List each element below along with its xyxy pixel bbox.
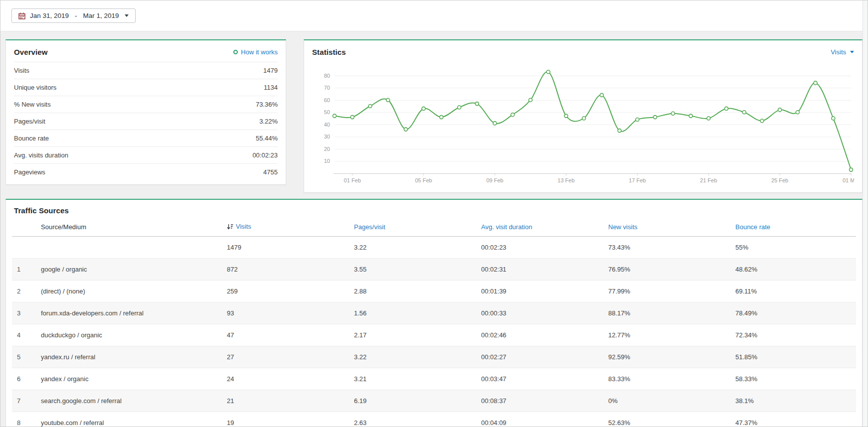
row-rank-cell: 8	[12, 412, 41, 427]
statistics-header: Statistics Visits	[304, 40, 862, 62]
svg-text:60: 60	[324, 97, 330, 103]
value-cell: 2.63	[354, 412, 481, 427]
metric-label: Bounce rate	[14, 135, 49, 142]
totals-value-cell: 1479	[227, 236, 354, 258]
scrollbar-track[interactable]	[863, 0, 868, 427]
overview-title: Overview	[14, 48, 48, 56]
totals-source-cell	[41, 236, 227, 258]
source-medium-cell: yandex / organic	[41, 368, 227, 390]
date-range-picker[interactable]: Jan 31, 2019 - Mar 1, 2019	[11, 8, 136, 23]
chart-metric-label: Visits	[831, 48, 846, 56]
table-row: 7search.google.com / referral216.1900:08…	[12, 390, 856, 412]
rank-column-header	[12, 218, 41, 236]
table-header-row: Source/MediumVisitsPages/visitAvg. visit…	[12, 218, 856, 236]
value-cell: 58.33%	[735, 368, 856, 390]
metric-label: Pageviews	[14, 168, 45, 176]
value-cell: 47.37%	[735, 412, 856, 427]
column-header-visits[interactable]: Visits	[227, 218, 354, 236]
table-row: 8youtube.com / referral192.6300:04:0952.…	[12, 412, 856, 427]
value-cell: 38.1%	[735, 390, 856, 412]
svg-text:10: 10	[324, 158, 330, 164]
overview-metric-row: Pageviews4755	[14, 163, 278, 180]
value-cell: 83.33%	[608, 368, 735, 390]
value-cell: 51.85%	[735, 346, 856, 368]
statistics-title: Statistics	[312, 48, 346, 56]
statistics-panel: Statistics Visits 102030405060708001 Feb…	[304, 39, 863, 193]
column-header-label: New visits	[608, 223, 638, 231]
column-header-bounce-rate[interactable]: Bounce rate	[735, 218, 856, 236]
value-cell: 1.56	[354, 302, 481, 324]
svg-text:21 Feb: 21 Feb	[700, 177, 717, 183]
value-cell: 77.99%	[608, 280, 735, 302]
overview-metric-row: Avg. visits duration00:02:23	[14, 146, 278, 163]
metric-value: 73.36%	[256, 101, 278, 108]
svg-text:09 Feb: 09 Feb	[486, 177, 503, 183]
value-cell: 0%	[608, 390, 735, 412]
value-cell: 3.55	[354, 258, 481, 280]
info-circle-icon	[233, 50, 238, 54]
caret-down-icon	[850, 51, 854, 53]
row-rank-cell: 6	[12, 368, 41, 390]
sort-descending-icon	[227, 224, 233, 230]
metric-label: % New visits	[14, 101, 51, 108]
column-header-label: Source/Medium	[41, 223, 86, 231]
value-cell: 76.95%	[608, 258, 735, 280]
totals-value-cell: 55%	[735, 236, 856, 258]
source-medium-cell: google / organic	[41, 258, 227, 280]
column-header-label: Pages/visit	[354, 223, 385, 231]
metric-value: 4755	[263, 168, 278, 176]
metric-value: 00:02:23	[252, 151, 278, 159]
how-it-works-label: How it works	[241, 48, 278, 56]
overview-metric-row: Bounce rate55.44%	[14, 130, 278, 146]
totals-value-cell: 3.22	[354, 236, 481, 258]
value-cell: 93	[227, 302, 354, 324]
how-it-works-link[interactable]: How it works	[233, 48, 278, 56]
row-rank-cell: 4	[12, 324, 41, 346]
column-header-source-medium: Source/Medium	[41, 218, 227, 236]
column-header-label: Bounce rate	[735, 223, 770, 231]
value-cell: 24	[227, 368, 354, 390]
svg-text:70: 70	[324, 85, 330, 91]
traffic-sources-title: Traffic Sources	[14, 206, 69, 215]
value-cell: 00:02:27	[481, 346, 608, 368]
source-medium-cell: duckduckgo / organic	[41, 324, 227, 346]
value-cell: 72.34%	[735, 324, 856, 346]
svg-text:50: 50	[324, 109, 330, 115]
row-rank-cell: 2	[12, 280, 41, 302]
value-cell: 00:08:37	[481, 390, 608, 412]
traffic-sources-table: Source/MediumVisitsPages/visitAvg. visit…	[12, 218, 856, 427]
value-cell: 69.11%	[735, 280, 856, 302]
column-header-new-visits[interactable]: New visits	[608, 218, 735, 236]
value-cell: 00:02:31	[481, 258, 608, 280]
svg-text:17 Feb: 17 Feb	[629, 177, 646, 183]
value-cell: 00:03:47	[481, 368, 608, 390]
metric-label: Pages/visit	[14, 118, 45, 125]
metric-label: Unique visitors	[14, 84, 56, 91]
row-rank-cell: 5	[12, 346, 41, 368]
overview-metric-row: Unique visitors1134	[14, 79, 278, 96]
table-row: 6yandex / organic243.2100:03:4783.33%58.…	[12, 368, 856, 390]
table-row: 2(direct) / (none)2592.8800:01:3977.99%6…	[12, 280, 856, 302]
svg-text:80: 80	[324, 73, 330, 79]
overview-metrics-list: Visits1479Unique visitors1134% New visit…	[6, 62, 286, 184]
value-cell: 00:04:09	[481, 412, 608, 427]
source-medium-cell: forum.xda-developers.com / referral	[41, 302, 227, 324]
metric-value: 1134	[264, 84, 278, 91]
value-cell: 27	[227, 346, 354, 368]
column-header-label: Avg. visit duration	[481, 223, 532, 231]
svg-text:13 Feb: 13 Feb	[557, 177, 574, 183]
column-header-avg-visit-duration[interactable]: Avg. visit duration	[481, 218, 608, 236]
source-medium-cell: search.google.com / referral	[41, 390, 227, 412]
svg-text:05 Feb: 05 Feb	[415, 177, 432, 183]
date-range-start: Jan 31, 2019	[30, 12, 69, 19]
date-range-separator: -	[75, 12, 77, 19]
source-medium-cell: yandex.ru / referral	[41, 346, 227, 368]
top-panels-row: Overview How it works Visits1479Unique v…	[5, 39, 863, 193]
column-header-pages-visit[interactable]: Pages/visit	[354, 218, 481, 236]
value-cell: 48.62%	[735, 258, 856, 280]
value-cell: 52.63%	[608, 412, 735, 427]
table-row: 1google / organic8723.5500:02:3176.95%48…	[12, 258, 856, 280]
chart-metric-dropdown[interactable]: Visits	[831, 48, 854, 56]
calendar-icon	[18, 12, 25, 19]
totals-rank-cell	[12, 236, 41, 258]
